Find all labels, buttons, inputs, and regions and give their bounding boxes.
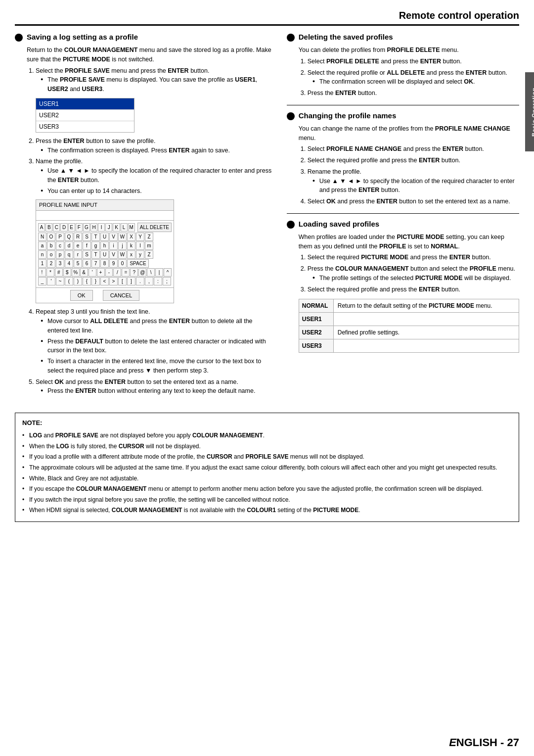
char-k[interactable]: k xyxy=(127,241,135,250)
char-C[interactable]: C xyxy=(53,223,60,232)
char-H[interactable]: H xyxy=(90,223,97,232)
char-F[interactable]: F xyxy=(76,223,83,232)
profile-name-input-title: PROFILE NAME INPUT xyxy=(36,200,174,211)
char-space[interactable]: SPACE xyxy=(127,259,149,268)
char-caret[interactable]: ^ xyxy=(164,268,172,277)
ok-button[interactable]: OK xyxy=(70,290,93,301)
char-K[interactable]: K xyxy=(113,223,120,232)
char-S[interactable]: S xyxy=(83,233,91,241)
char-lparen[interactable]: ( xyxy=(65,277,73,285)
char-apos[interactable]: ' xyxy=(89,268,96,277)
char-a[interactable]: a xyxy=(38,241,46,250)
char-W[interactable]: W xyxy=(118,233,127,241)
char-bslash[interactable]: \ xyxy=(147,268,155,277)
char-X[interactable]: X xyxy=(127,233,135,241)
char-hash[interactable]: # xyxy=(55,268,63,277)
char-M[interactable]: M xyxy=(128,223,135,232)
char-5[interactable]: 5 xyxy=(74,259,82,268)
char-colon[interactable]: : xyxy=(154,277,162,285)
char-o[interactable]: o xyxy=(47,250,55,259)
char-eq[interactable]: = xyxy=(122,268,130,277)
char-c[interactable]: c xyxy=(56,241,64,250)
char-gt[interactable]: > xyxy=(109,277,118,285)
char-1[interactable]: 1 xyxy=(38,259,46,268)
char-A[interactable]: A xyxy=(38,223,45,232)
char-N[interactable]: N xyxy=(38,233,46,241)
char-slash[interactable]: / xyxy=(113,268,121,277)
char-t[interactable]: T xyxy=(91,250,100,259)
char-at[interactable]: @ xyxy=(138,268,146,277)
char-g[interactable]: g xyxy=(91,241,100,250)
char-period[interactable]: . xyxy=(136,277,144,285)
char-J[interactable]: J xyxy=(105,223,112,232)
char-E[interactable]: E xyxy=(68,223,75,232)
char-plus[interactable]: + xyxy=(97,268,105,277)
char-rparen[interactable]: ) xyxy=(74,277,82,285)
char-semicolon[interactable]: ; xyxy=(163,277,171,285)
char-w[interactable]: W xyxy=(118,250,127,259)
char-rbrace[interactable]: } xyxy=(91,277,100,285)
char-Z[interactable]: Z xyxy=(145,233,153,241)
char-8[interactable]: 8 xyxy=(100,259,109,268)
profile-name-input-field[interactable] xyxy=(36,211,174,221)
char-U[interactable]: U xyxy=(100,233,109,241)
char-2[interactable]: 2 xyxy=(47,259,55,268)
char-question[interactable]: ? xyxy=(130,268,138,277)
char-lbracket[interactable]: [ xyxy=(118,277,127,285)
char-excl[interactable]: ! xyxy=(38,268,46,277)
char-6[interactable]: 6 xyxy=(83,259,91,268)
char-s[interactable]: S xyxy=(83,250,91,259)
char-3[interactable]: 3 xyxy=(56,259,64,268)
char-V[interactable]: V xyxy=(109,233,118,241)
char-Q[interactable]: Q xyxy=(65,233,73,241)
char-f[interactable]: f xyxy=(83,241,91,250)
char-lt[interactable]: < xyxy=(100,277,109,285)
char-comma[interactable]: , xyxy=(145,277,153,285)
char-i[interactable]: i xyxy=(109,241,118,250)
char-under[interactable]: _ xyxy=(38,277,46,285)
char-D[interactable]: D xyxy=(60,223,67,232)
char-x[interactable]: x xyxy=(127,250,135,259)
char-G[interactable]: G xyxy=(83,223,90,232)
char-P[interactable]: P xyxy=(56,233,64,241)
char-u[interactable]: U xyxy=(100,250,109,259)
char-amp[interactable]: & xyxy=(80,268,88,277)
char-0[interactable]: 0 xyxy=(118,259,127,268)
char-R[interactable]: R xyxy=(74,233,82,241)
char-star[interactable]: * xyxy=(46,268,54,277)
char-T[interactable]: T xyxy=(91,233,100,241)
char-backtick[interactable]: ' xyxy=(47,277,55,285)
char-dollar[interactable]: $ xyxy=(63,268,71,277)
all-delete-button[interactable]: ALL DELETE xyxy=(137,223,172,232)
char-4[interactable]: 4 xyxy=(65,259,73,268)
char-h[interactable]: h xyxy=(100,241,109,250)
char-y[interactable]: y xyxy=(136,250,144,259)
char-b[interactable]: b xyxy=(47,241,55,250)
char-7[interactable]: 7 xyxy=(91,259,100,268)
char-pipe[interactable]: | xyxy=(155,268,163,277)
char-d[interactable]: d xyxy=(65,241,73,250)
char-e[interactable]: e xyxy=(74,241,82,250)
section-deleting-heading: Deleting the saved profiles xyxy=(287,33,519,42)
char-n[interactable]: n xyxy=(38,250,46,259)
char-9[interactable]: 9 xyxy=(109,259,118,268)
char-B[interactable]: B xyxy=(45,223,52,232)
char-rbracket[interactable]: ] xyxy=(127,277,135,285)
char-lbrace[interactable]: { xyxy=(83,277,91,285)
char-Y[interactable]: Y xyxy=(136,233,144,241)
char-m-lower[interactable]: m xyxy=(145,241,153,250)
char-l[interactable]: l xyxy=(136,241,144,250)
char-L[interactable]: L xyxy=(121,223,128,232)
char-v[interactable]: V xyxy=(109,250,118,259)
char-tilde[interactable]: ~ xyxy=(56,277,64,285)
char-r[interactable]: r xyxy=(74,250,82,259)
char-q[interactable]: q xyxy=(65,250,73,259)
char-p[interactable]: p xyxy=(56,250,64,259)
char-j[interactable]: j xyxy=(118,241,127,250)
cancel-button[interactable]: CANCEL xyxy=(103,290,140,301)
char-O[interactable]: O xyxy=(47,233,55,241)
char-z[interactable]: Z xyxy=(145,250,153,259)
char-percent[interactable]: % xyxy=(72,268,80,277)
char-minus[interactable]: - xyxy=(105,268,113,277)
char-I[interactable]: I xyxy=(98,223,105,232)
